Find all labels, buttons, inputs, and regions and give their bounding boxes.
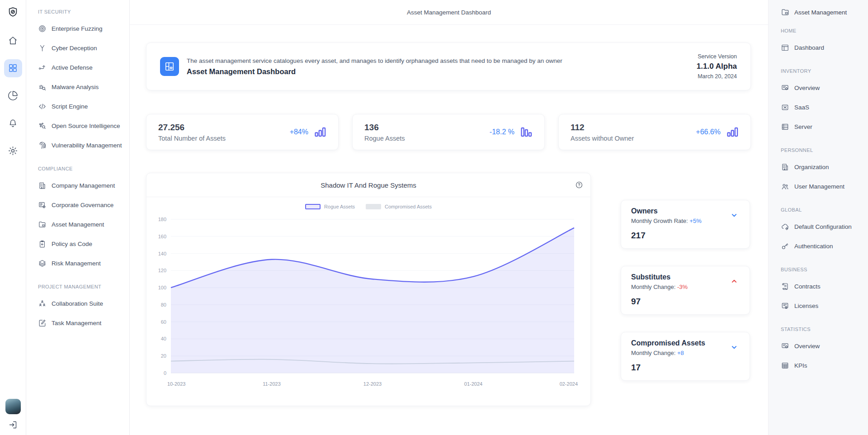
edit-square-icon (38, 319, 47, 327)
sidebar-item-corporate-governance[interactable]: Corporate Governance (38, 195, 125, 215)
stat-label: Rogue Assets (364, 135, 405, 142)
service-version-block: Service Version 1.1.0 Alpha March 20, 20… (697, 52, 737, 81)
right-nav-item-server[interactable]: Server (781, 117, 863, 137)
right-nav-item-default-configuration[interactable]: Default Configuration (781, 217, 863, 236)
svg-text:20: 20 (161, 353, 166, 359)
sidebar-item-malware-analysis[interactable]: Malware Analysis (38, 77, 125, 97)
sidebar-item-label: Malware Analysis (52, 84, 99, 90)
chevron-down-icon[interactable] (729, 211, 740, 219)
summary-card-title: Compromised Assets (631, 339, 740, 347)
service-version-date: March 20, 2024 (697, 72, 737, 81)
summary-card-title: Substitutes (631, 273, 740, 281)
table-icon (781, 361, 789, 370)
sidebar-item-active-defense[interactable]: Active Defense (38, 58, 125, 77)
sidebar-item-script-engine[interactable]: Script Engine (38, 97, 125, 116)
right-nav-item-overview[interactable]: Overview (781, 78, 863, 98)
sidebar-item-label: Company Management (52, 182, 115, 189)
users-group-icon (38, 299, 47, 308)
sidebar-item-cyber-deception[interactable]: Cyber Deception (38, 38, 125, 58)
sidebar-item-label: Collaboration Suite (52, 300, 103, 307)
summary-card-subtitle: Monthly Growth Rate: +5% (631, 218, 740, 224)
summary-card-compromised-assets: Compromised AssetsMonthly Change: +817 (621, 332, 750, 381)
sidebar-item-enterprise-fuzzing[interactable]: Enterprise Fuzzing (38, 19, 125, 38)
stat-label: Total Number of Assets (158, 135, 226, 142)
rail-item-settings[interactable] (0, 137, 26, 165)
chevron-up-icon[interactable] (729, 277, 740, 285)
folder-icon (781, 8, 790, 17)
section-label-compliance: COMPLIANCE (38, 165, 125, 172)
logout-button[interactable] (8, 420, 18, 430)
summary-card-sub-value: +8 (677, 350, 684, 356)
key-icon (781, 242, 789, 251)
stat-trend: +66.6% (696, 127, 739, 137)
sidebar-item-policy-as-code[interactable]: Policy as Code (38, 234, 125, 254)
svg-text:11-2023: 11-2023 (263, 381, 281, 387)
rail-item-home[interactable] (0, 27, 26, 54)
svg-text:180: 180 (158, 217, 166, 222)
gear-icon (8, 146, 18, 156)
sidebar-item-collaboration-suite[interactable]: Collaboration Suite (38, 294, 125, 313)
logout-icon (8, 420, 18, 430)
sidebar-item-label: Vulnerability Management (52, 142, 122, 149)
dashboard-tile-icon (160, 57, 179, 76)
section-label-global: GLOBAL (781, 206, 863, 213)
cloud-gear-icon (781, 222, 789, 231)
right-nav-item-dashboard[interactable]: Dashboard (781, 38, 863, 57)
sidebar-item-asset-management[interactable]: Asset Management (38, 215, 125, 234)
user-avatar[interactable] (5, 399, 21, 414)
summary-card-sub-label: Monthly Change: (631, 284, 675, 290)
legend-item-rogue-assets[interactable]: Rogue Assets (305, 204, 355, 209)
section-label-personnel: PERSONNEL (781, 147, 863, 154)
server-icon (781, 123, 789, 131)
right-nav-item-saas[interactable]: SaaS (781, 98, 863, 117)
chart-card: Shadow IT And Rogue Systems Rogue Assets… (146, 173, 591, 406)
home-icon (8, 35, 18, 46)
right-nav-item-contracts[interactable]: Contracts (781, 277, 863, 296)
summary-card-owners: OwnersMonthly Growth Rate: +5%217 (621, 200, 750, 249)
rail-item-analytics[interactable] (0, 82, 26, 109)
users-icon (781, 182, 789, 191)
legend-swatch-rogue (305, 204, 321, 209)
right-nav-item-authentication[interactable]: Authentication (781, 236, 863, 256)
stat-trend: +84% (290, 127, 326, 137)
help-icon[interactable] (575, 181, 583, 189)
banner-description: The asset management service catalogues … (187, 57, 562, 64)
section-label-business: BUSINESS (781, 266, 863, 273)
sidebar-item-label: Corporate Governance (52, 202, 113, 208)
sidebar-item-label: Risk Management (52, 260, 101, 267)
legend-label: Rogue Assets (324, 204, 355, 209)
right-nav-item-overview[interactable]: Overview (781, 336, 863, 356)
stat-label: Assets without Owner (571, 135, 634, 142)
summary-card-value: 217 (631, 231, 740, 241)
summary-card-sub-label: Monthly Growth Rate: (631, 218, 688, 224)
bell-icon (8, 118, 18, 128)
svg-text:120: 120 (158, 268, 166, 273)
rail-item-apps[interactable] (0, 54, 26, 82)
section-label-inventory: INVENTORY (781, 67, 863, 75)
rail-item-notifications[interactable] (0, 109, 26, 137)
rail-items (0, 27, 26, 165)
stat-text: 27.256Total Number of Assets (158, 123, 226, 142)
chart-legend: Rogue Assets Compromised Assets (146, 204, 590, 209)
right-nav-item-licenses[interactable]: Licenses (781, 296, 863, 316)
right-nav-item-user-management[interactable]: User Management (781, 177, 863, 196)
flow-icon (38, 63, 47, 72)
sidebar-item-open-source-intelligence[interactable]: Open Source Intelligence (38, 116, 125, 136)
chevron-down-icon[interactable] (729, 343, 740, 351)
legend-item-compromised-assets[interactable]: Compromised Assets (366, 204, 432, 209)
section-label-it-security: IT SECURITY (38, 8, 125, 15)
bars-up-icon (726, 127, 739, 137)
stat-change: +66.6% (696, 128, 721, 136)
sidebar-item-vulnerability-management[interactable]: Vulnerability Management (38, 136, 125, 155)
stats-row: 27.256Total Number of Assets+84%136Rogue… (146, 114, 751, 150)
stat-change: -18.2 % (490, 128, 514, 136)
right-nav-item-organization[interactable]: Organization (781, 157, 863, 177)
svg-text:40: 40 (161, 336, 166, 341)
sidebar-item-risk-management[interactable]: Risk Management (38, 254, 125, 273)
stat-text: 112Assets without Owner (571, 123, 634, 142)
right-nav-item-kpis[interactable]: KPIs (781, 356, 863, 375)
stat-value: 136 (364, 123, 405, 132)
sidebar-item-company-management[interactable]: Company Management (38, 176, 125, 195)
svg-text:100: 100 (158, 285, 166, 290)
sidebar-item-task-management[interactable]: Task Management (38, 313, 125, 333)
